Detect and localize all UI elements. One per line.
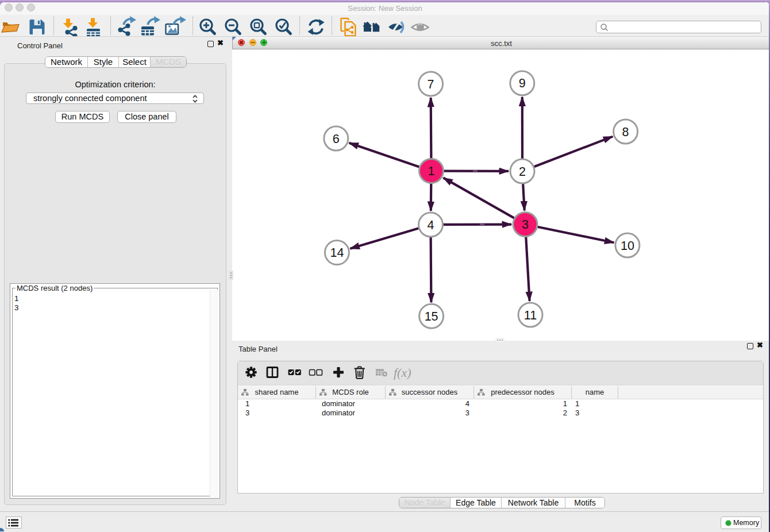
svg-text:1: 1: [428, 164, 435, 178]
svg-text:9: 9: [519, 76, 526, 90]
svg-text:8: 8: [622, 125, 629, 139]
svg-text:7: 7: [428, 78, 434, 91]
svg-text:6: 6: [333, 132, 340, 146]
svg-text:10: 10: [621, 239, 634, 253]
svg-text:14: 14: [330, 246, 344, 260]
svg-text:2: 2: [519, 165, 526, 179]
svg-text:f(x): f(x): [394, 365, 411, 380]
svg-text:15: 15: [425, 310, 438, 323]
svg-text:11: 11: [524, 309, 537, 322]
svg-text:3: 3: [522, 218, 529, 232]
svg-text:4: 4: [428, 218, 434, 232]
